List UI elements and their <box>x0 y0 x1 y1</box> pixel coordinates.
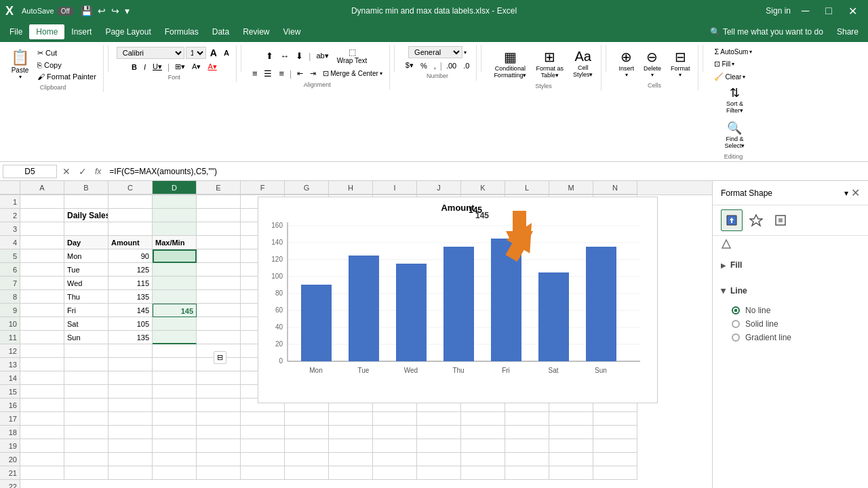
cell-b1[interactable] <box>64 195 108 209</box>
align-bottom-button[interactable]: ⬇ <box>293 49 306 62</box>
format-as-table-button[interactable]: ⊞ Format asTable▾ <box>532 46 568 81</box>
cell-d8[interactable] <box>153 290 197 304</box>
menu-data[interactable]: Data <box>205 24 236 39</box>
cell-d3[interactable] <box>153 222 197 236</box>
bold-button[interactable]: B <box>129 62 140 73</box>
increase-decimal-button[interactable]: .0 <box>460 60 472 71</box>
cell-d9[interactable]: 145 <box>153 304 197 317</box>
no-line-radio[interactable] <box>732 306 740 314</box>
cell-a10[interactable] <box>20 317 64 331</box>
formula-cancel-button[interactable]: ✕ <box>60 166 73 177</box>
merge-center-button[interactable]: ⊡ Merge & Center ▾ <box>320 68 385 79</box>
cell-d2[interactable] <box>153 209 197 222</box>
cell-b7[interactable]: Wed <box>64 277 108 290</box>
row-11[interactable]: 11 <box>0 331 20 344</box>
minimize-button[interactable]: ─ <box>796 2 814 20</box>
row-7[interactable]: 7 <box>0 277 20 290</box>
align-top-button[interactable]: ⬆ <box>263 49 276 62</box>
sign-in-button[interactable]: Sign in <box>766 6 791 16</box>
row-9[interactable]: 9 <box>0 304 20 317</box>
row-4[interactable]: 4 <box>0 236 20 249</box>
cell-e1[interactable] <box>197 195 241 209</box>
cell-e10[interactable] <box>197 317 241 331</box>
cell-d4[interactable]: Max/Min <box>153 236 197 249</box>
cell-d5[interactable] <box>153 249 197 263</box>
delete-button[interactable]: ⊖ Delete ▾ <box>639 46 665 81</box>
cell-e5[interactable] <box>197 249 241 263</box>
menu-review[interactable]: Review <box>236 24 276 39</box>
effects-icon-button[interactable] <box>745 209 767 231</box>
gradient-line-radio[interactable] <box>732 333 740 342</box>
cell-c9[interactable]: 145 <box>108 304 153 317</box>
menu-insert[interactable]: Insert <box>64 24 98 39</box>
font-name-select[interactable]: Calibri <box>117 47 184 59</box>
align-left-button[interactable]: ≡ <box>250 67 260 80</box>
row-2[interactable]: 2 <box>0 209 20 222</box>
close-button[interactable]: ✕ <box>843 2 863 20</box>
fill-section-header[interactable]: ▶ Fill <box>721 258 860 272</box>
cell-a6[interactable] <box>20 263 64 277</box>
cell-e3[interactable] <box>197 222 241 236</box>
cell-reference-box[interactable]: D5 <box>3 165 57 178</box>
no-line-option[interactable]: No line <box>732 304 860 317</box>
cell-c11[interactable]: 135 <box>108 331 153 344</box>
cell-a3[interactable] <box>20 222 64 236</box>
row-8[interactable]: 8 <box>0 290 20 304</box>
decrease-decimal-button[interactable]: .00 <box>443 60 459 71</box>
cell-b9[interactable]: Fri <box>64 304 108 317</box>
cell-e11[interactable] <box>197 331 241 344</box>
row-6[interactable]: 6 <box>0 263 20 277</box>
cell-c1[interactable] <box>108 195 153 209</box>
undo-icon[interactable]: ↩ <box>96 4 107 18</box>
redo-icon[interactable]: ↪ <box>110 4 121 18</box>
menu-formulas[interactable]: Formulas <box>158 24 205 39</box>
col-header-m[interactable]: M <box>549 181 593 195</box>
col-header-d[interactable]: D <box>153 181 197 195</box>
cell-c12[interactable] <box>108 344 153 358</box>
find-select-button[interactable]: 🔍 Find &Select▾ <box>720 118 749 152</box>
autosave-toggle[interactable]: Off <box>57 7 74 16</box>
menu-page-layout[interactable]: Page Layout <box>98 24 157 39</box>
format-painter-button[interactable]: 🖌 Format Painter <box>35 71 99 82</box>
cell-e8[interactable] <box>197 290 241 304</box>
share-button[interactable]: Share <box>830 24 865 39</box>
cell-b2[interactable]: Daily Sales <box>64 209 108 222</box>
save-icon[interactable]: 💾 <box>79 4 94 18</box>
col-header-b[interactable]: B <box>64 181 108 195</box>
cell-styles-button[interactable]: Aa CellStyles▾ <box>569 46 597 81</box>
row-20[interactable]: 20 <box>0 453 20 466</box>
autosum-button[interactable]: Σ AutoSum ▾ <box>711 46 755 57</box>
shape-option-1[interactable] <box>721 239 732 249</box>
cell-e4[interactable] <box>197 236 241 249</box>
cell-a12[interactable] <box>20 344 64 358</box>
cell-b5[interactable]: Mon <box>64 249 108 263</box>
col-header-n[interactable]: N <box>593 181 637 195</box>
col-header-g[interactable]: G <box>285 181 329 195</box>
fill-button[interactable]: ⊡ Fill ▾ <box>711 58 755 70</box>
cell-c10[interactable]: 105 <box>108 317 153 331</box>
insert-button[interactable]: ⊕ Insert ▾ <box>614 46 638 81</box>
borders-button[interactable]: ⊞▾ <box>172 61 188 73</box>
cell-d12[interactable] <box>153 344 197 358</box>
row-12[interactable]: 12 <box>0 344 20 358</box>
cut-button[interactable]: ✂ Cut <box>35 47 99 59</box>
conditional-formatting-button[interactable]: ▦ ConditionalFormatting▾ <box>490 46 530 81</box>
solid-line-radio[interactable] <box>732 320 740 328</box>
cell-b3[interactable] <box>64 222 108 236</box>
cell-a8[interactable] <box>20 290 64 304</box>
clear-button[interactable]: 🧹 Clear ▾ <box>711 71 755 83</box>
increase-indent-button[interactable]: ⇥ <box>307 68 319 79</box>
format-panel-close-button[interactable]: ✕ <box>851 186 860 199</box>
cell-a9[interactable] <box>20 304 64 317</box>
menu-view[interactable]: View <box>277 24 308 39</box>
sort-filter-button[interactable]: ⇅ Sort &Filter▾ <box>720 83 749 117</box>
cell-d1[interactable] <box>153 195 197 209</box>
col-header-h[interactable]: H <box>329 181 373 195</box>
cell-b8[interactable]: Thu <box>64 290 108 304</box>
cell-b12[interactable] <box>64 344 108 358</box>
col-header-f[interactable]: F <box>241 181 285 195</box>
cell-e2[interactable] <box>197 209 241 222</box>
orientation-button[interactable]: ab▾ <box>313 50 331 62</box>
copy-button[interactable]: ⎘ Copy <box>35 60 99 70</box>
solid-line-option[interactable]: Solid line <box>732 317 860 331</box>
